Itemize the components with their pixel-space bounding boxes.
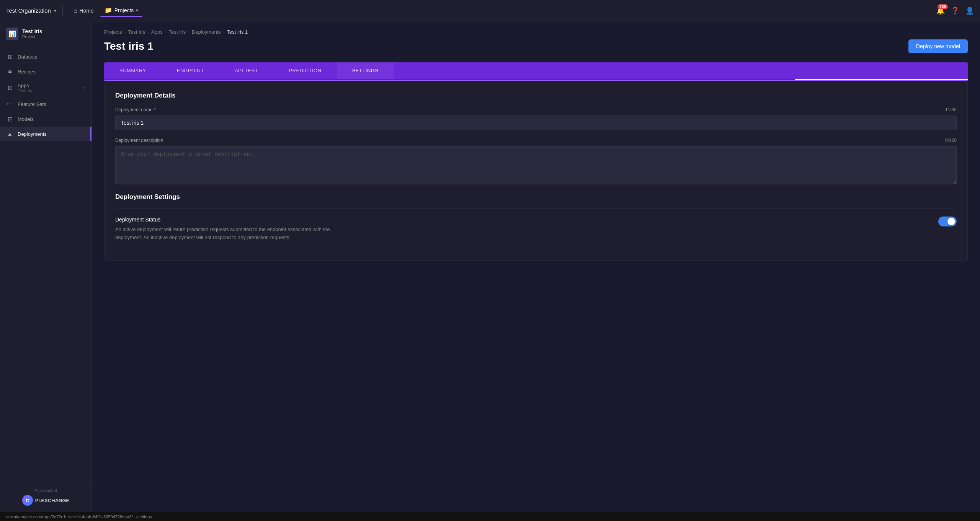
footer-text: A product of (6, 488, 85, 493)
status-label: Deployment Status (115, 217, 345, 223)
deployment-name-label-row: Deployment name * 11/30 (115, 107, 957, 112)
top-navigation: ⌂ Home 📁 Projects ▾ (69, 4, 143, 17)
projects-chevron-icon: ▾ (136, 8, 138, 13)
sidebar-item-models[interactable]: ⊡ Models (0, 112, 91, 127)
notification-badge: 168 (938, 4, 948, 9)
user-icon: 👤 (965, 7, 974, 15)
breadcrumb-sep-3: › (165, 30, 167, 34)
tab-settings[interactable]: SETTINGS (337, 62, 394, 79)
tab-active-indicator (795, 79, 968, 80)
apps-icon: ⊟ (6, 84, 14, 91)
home-icon: ⌂ (74, 7, 77, 14)
org-chevron-icon: ▾ (54, 8, 56, 13)
nav-home-label: Home (79, 8, 93, 14)
sidebar-datasets-label: Datasets (18, 54, 85, 60)
user-menu-button[interactable]: 👤 (965, 7, 974, 15)
tab-indicator-bar (104, 79, 968, 80)
sidebar-item-datasets[interactable]: ⊞ Datasets (0, 49, 91, 64)
settings-panel: Deployment Details Deployment name * 11/… (104, 80, 968, 260)
topnav-right: 🔔 168 ❓ 👤 (936, 7, 974, 15)
project-name: Test Iris (22, 28, 42, 34)
breadcrumb-current: Test iris 1 (227, 29, 248, 35)
recipes-icon: ≡ (6, 68, 14, 75)
breadcrumb-test-iris-2[interactable]: Test Iris (168, 29, 186, 35)
content-area: Projects › Test Iris › Apps › Test Iris … (92, 21, 980, 512)
org-name: Test Organization (6, 7, 51, 14)
breadcrumb-test-iris-1[interactable]: Test Iris (128, 29, 145, 35)
tabs-container: SUMMARY ENDPOINT API TEST PREDICTION SET… (104, 62, 968, 79)
breadcrumb-projects[interactable]: Projects (104, 29, 122, 35)
pi-logo-icon: π (22, 495, 33, 506)
status-info: Deployment Status An active deployment w… (115, 217, 345, 242)
notification-button[interactable]: 🔔 168 (936, 7, 945, 15)
deployment-desc-group: Deployment description 0/160 (115, 138, 957, 186)
main-layout: 📊 Test Iris Project ⊞ Datasets ≡ Recipes… (0, 21, 980, 512)
pi-logo-text: PI.EXCHANGE (35, 498, 70, 503)
page-title: Test iris 1 (104, 40, 154, 52)
deployment-desc-textarea[interactable] (115, 146, 957, 184)
tab-summary[interactable]: SUMMARY (104, 62, 162, 79)
sidebar-apps-label: Apps (18, 83, 80, 88)
toggle-thumb (947, 218, 955, 225)
project-info: Test Iris Project (22, 28, 42, 39)
project-icon: 📊 (6, 28, 18, 40)
nav-projects[interactable]: 📁 Projects ▾ (100, 4, 143, 17)
tab-api-test[interactable]: API TEST (219, 62, 274, 79)
breadcrumb-sep-4: › (188, 30, 189, 34)
nav-home[interactable]: ⌂ Home (69, 5, 98, 16)
help-icon: ❓ (951, 7, 959, 15)
deployment-status-row: Deployment Status An active deployment w… (115, 208, 957, 249)
deployment-settings-title: Deployment Settings (115, 193, 957, 201)
tab-endpoint[interactable]: ENDPOINT (162, 62, 219, 79)
breadcrumb-apps[interactable]: Apps (151, 29, 163, 35)
breadcrumb-sep-1: › (124, 30, 126, 34)
sidebar-footer: A product of π PI.EXCHANGE (0, 482, 91, 512)
deployment-desc-counter: 0/160 (945, 138, 957, 143)
deployment-name-input[interactable] (115, 116, 957, 130)
breadcrumb-deployments[interactable]: Deployments (192, 29, 221, 35)
pi-logo: π PI.EXCHANGE (6, 495, 85, 506)
nav-divider (62, 5, 63, 16)
status-desc: An active deployment will return predict… (115, 226, 345, 242)
topnav: Test Organization ▾ ⌂ Home 📁 Projects ▾ … (0, 0, 980, 21)
content-inner: Projects › Test Iris › Apps › Test Iris … (92, 21, 980, 268)
projects-icon: 📁 (105, 7, 112, 14)
sidebar-item-apps[interactable]: ⊟ Apps Test Iris › (0, 79, 91, 97)
deployment-status-toggle[interactable] (938, 217, 957, 226)
tab-prediction[interactable]: PREDICTION (273, 62, 336, 79)
breadcrumb-sep-2: › (147, 30, 149, 34)
sidebar-item-deployments[interactable]: ⟁ Deployments (0, 127, 91, 141)
sidebar-item-recipes[interactable]: ≡ Recipes (0, 64, 91, 79)
sidebar-nav: ⊞ Datasets ≡ Recipes ⊟ Apps Test Iris › … (0, 46, 91, 482)
deployment-details-title: Deployment Details (115, 92, 957, 99)
deployments-icon: ⟁ (6, 130, 14, 137)
sidebar-deployments-label: Deployments (18, 131, 84, 137)
deployment-name-group: Deployment name * 11/30 (115, 107, 957, 130)
models-icon: ⊡ (6, 116, 14, 123)
sidebar-item-feature-sets[interactable]: ≔ Feature Sets (0, 97, 91, 112)
datasets-icon: ⊞ (6, 53, 14, 60)
project-type: Project (22, 34, 42, 39)
apps-chevron-icon: › (84, 85, 85, 91)
deployment-desc-label-row: Deployment description 0/160 (115, 138, 957, 143)
page-header: Test iris 1 Deploy new model (104, 39, 968, 53)
nav-projects-label: Projects (114, 7, 134, 13)
statusbar: dev.aiaengine.com/orgs/2d72c1ce-ec1d-4aa… (0, 512, 980, 521)
sidebar-feature-sets-label: Feature Sets (18, 101, 85, 107)
deploy-new-model-button[interactable]: Deploy new model (908, 39, 968, 53)
deployment-desc-label: Deployment description (115, 138, 163, 143)
statusbar-url: dev.aiaengine.com/orgs/2d72c1ce-ec1d-4aa… (6, 514, 152, 519)
deployment-name-label: Deployment name * (115, 107, 155, 112)
breadcrumb: Projects › Test Iris › Apps › Test Iris … (104, 29, 968, 35)
org-selector[interactable]: Test Organization ▾ (6, 7, 56, 14)
sidebar-models-label: Models (18, 116, 85, 122)
help-button[interactable]: ❓ (951, 7, 959, 15)
toggle-track (938, 217, 957, 226)
feature-sets-icon: ≔ (6, 101, 14, 108)
sidebar-recipes-label: Recipes (18, 69, 85, 75)
project-header[interactable]: 📊 Test Iris Project (0, 21, 91, 46)
sidebar: 📊 Test Iris Project ⊞ Datasets ≡ Recipes… (0, 21, 92, 512)
breadcrumb-sep-5: › (223, 30, 225, 34)
sidebar-apps-sub: Test Iris (18, 88, 80, 93)
deployment-name-counter: 11/30 (945, 107, 957, 112)
